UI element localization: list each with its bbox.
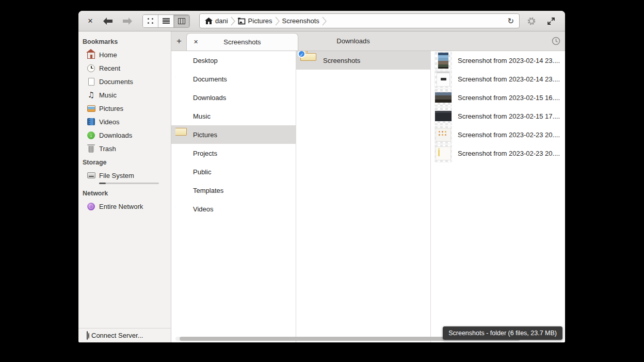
sidebar-item-trash[interactable]: Trash: [78, 142, 171, 155]
breadcrumb-label: dani: [215, 17, 228, 25]
sidebar-item-file-system[interactable]: File System: [78, 169, 171, 182]
file-row[interactable]: Screenshot from 2023-02-14 23....: [431, 70, 565, 88]
image-thumbnail: [435, 71, 452, 88]
window-close-button[interactable]: ✕: [85, 17, 96, 25]
file-manager-window: ✕ dan: [78, 11, 565, 342]
image-icon: [238, 18, 246, 25]
network-globe-icon: [87, 202, 95, 211]
file-row[interactable]: Screenshot from 2023-02-23 20....: [431, 125, 565, 144]
harddrive-icon: [87, 171, 95, 180]
sidebar-item-downloads[interactable]: ↓ Downloads: [78, 128, 171, 142]
folder-row-pictures[interactable]: Pictures: [171, 125, 296, 144]
breadcrumb-home[interactable]: dani: [203, 17, 230, 25]
view-switcher: [142, 14, 190, 28]
trash-icon: [87, 144, 95, 153]
tab-screenshots[interactable]: ✕ Screenshots: [187, 34, 298, 51]
download-icon: ↓: [87, 131, 95, 140]
photo-icon: [87, 104, 95, 113]
tab-downloads[interactable]: Downloads: [298, 31, 409, 51]
file-row[interactable]: Screenshot from 2023-02-15 16....: [431, 88, 565, 107]
film-icon: [87, 118, 95, 126]
folder-row-music[interactable]: ♫ Music: [171, 107, 296, 125]
column-pictures: ✓ Screenshots: [296, 51, 431, 342]
list-view-button[interactable]: [158, 15, 174, 27]
column-screenshots-files: Screenshot from 2023-02-14 23.... Screen…: [431, 51, 565, 342]
file-label: Screenshot from 2023-02-15 16....: [458, 94, 560, 102]
sidebar-item-entire-network[interactable]: Entire Network: [78, 200, 171, 213]
sidebar-item-music[interactable]: ♫ Music: [78, 88, 171, 102]
folder-label: Templates: [193, 187, 223, 194]
bookmarks-header: Bookmarks: [78, 35, 171, 48]
image-thumbnail: [435, 145, 452, 162]
miller-columns: Desktop ▤ Documents ↓ Downloads ♫ Music: [171, 51, 565, 342]
file-row[interactable]: Screenshot from 2023-02-23 20....: [431, 144, 565, 162]
breadcrumb-separator-icon: [275, 17, 280, 26]
folder-row-templates[interactable]: ◺ Templates: [171, 181, 296, 200]
forward-arrow-icon: [122, 17, 133, 25]
folder-row-public[interactable]: ≺ Public: [171, 162, 296, 181]
sidebar-item-home[interactable]: Home: [78, 48, 171, 61]
sidebar-item-label: Trash: [99, 145, 116, 153]
expand-icon: [547, 17, 555, 25]
breadcrumb-separator-icon: [231, 17, 235, 26]
folder-label: Projects: [193, 150, 217, 157]
connect-server-label: Connect Server...: [91, 332, 143, 339]
sidebar-item-label: Downloads: [99, 131, 132, 139]
sidebar-item-label: Documents: [99, 78, 133, 86]
folder-row-screenshots[interactable]: ✓ Screenshots: [296, 51, 430, 70]
folder-label: Screenshots: [323, 57, 360, 64]
breadcrumb-label: Screenshots: [282, 17, 319, 25]
folder-row-videos[interactable]: ▦ Videos: [171, 200, 296, 218]
file-row[interactable]: Screenshot from 2023-02-15 17....: [431, 107, 565, 125]
sidebar-item-videos[interactable]: Videos: [78, 115, 171, 128]
folder-row-documents[interactable]: ▤ Documents: [171, 70, 296, 88]
column-view-icon: [178, 18, 185, 24]
sidebar-item-label: Recent: [99, 64, 120, 72]
forward-button[interactable]: [120, 14, 135, 28]
file-row[interactable]: Screenshot from 2023-02-14 23....: [431, 51, 565, 70]
file-label: Screenshot from 2023-02-14 23....: [458, 75, 560, 83]
main-area: + ✕ Screenshots Downloads: [171, 31, 565, 342]
icon-view-button[interactable]: [143, 15, 158, 27]
image-thumbnail: [435, 52, 452, 69]
breadcrumb-separator-icon: [322, 17, 327, 26]
breadcrumb-pictures[interactable]: Pictures: [236, 17, 275, 25]
file-label: Screenshot from 2023-02-23 20....: [458, 131, 560, 139]
folder-label: Public: [193, 168, 211, 176]
tab-close-icon[interactable]: ✕: [194, 39, 198, 45]
column-home-folders: Desktop ▤ Documents ↓ Downloads ♫ Music: [171, 51, 296, 342]
maximize-button[interactable]: [543, 14, 559, 28]
server-globe-icon: [87, 332, 88, 339]
settings-menu-button[interactable]: [524, 14, 539, 28]
folder-row-downloads[interactable]: ↓ Downloads: [171, 88, 296, 107]
image-thumbnail: [435, 89, 452, 106]
filesystem-usage-bar: [99, 183, 159, 184]
grid-view-icon: [148, 18, 154, 24]
restore-closed-tabs-button[interactable]: [546, 31, 565, 51]
network-header: Network: [78, 186, 171, 200]
breadcrumb-screenshots[interactable]: Screenshots: [280, 17, 321, 25]
home-icon: [205, 18, 213, 24]
image-thumbnail: [435, 108, 452, 125]
tooltip-text: Screenshots - folder (6 files, 23.7 MB): [448, 330, 557, 337]
headerbar: ✕ dan: [78, 11, 565, 31]
list-view-icon: [163, 18, 170, 24]
tab-label: Screenshots: [223, 38, 261, 46]
folder-row-projects[interactable]: Projects: [171, 144, 296, 162]
connect-server-button[interactable]: Connect Server...: [78, 328, 171, 342]
tab-bar: + ✕ Screenshots Downloads: [171, 31, 565, 51]
sidebar-item-label: Pictures: [99, 105, 123, 112]
back-button[interactable]: [100, 14, 116, 28]
sidebar: Bookmarks Home Recent Documents ♫ Music: [78, 31, 171, 342]
sidebar-item-pictures[interactable]: Pictures: [78, 102, 171, 115]
sidebar-item-label: Music: [99, 91, 117, 99]
sidebar-item-documents[interactable]: Documents: [78, 75, 171, 88]
column-view-button[interactable]: [174, 15, 189, 27]
folder-row-desktop[interactable]: Desktop: [171, 51, 296, 70]
music-note-icon: ♫: [87, 91, 95, 100]
new-tab-button[interactable]: +: [171, 31, 187, 51]
sidebar-item-label: Home: [99, 51, 117, 59]
folder-label: Documents: [193, 75, 227, 83]
refresh-button[interactable]: ↻: [505, 17, 516, 26]
sidebar-item-recent[interactable]: Recent: [78, 61, 171, 75]
